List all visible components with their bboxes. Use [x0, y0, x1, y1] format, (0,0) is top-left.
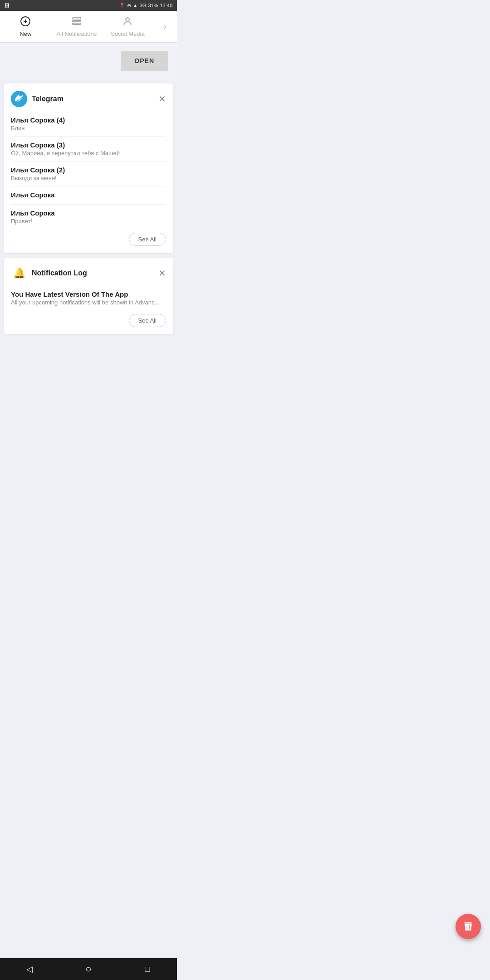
notif-log-close-button[interactable]: ✕	[158, 269, 166, 278]
svg-rect-3	[73, 18, 81, 19]
notif-log-app-icon: 🔔	[11, 265, 27, 281]
wifi-icon: ▲	[133, 3, 138, 8]
status-right: 📍 ⊖ ▲ 3G 31% 13:40	[119, 3, 172, 9]
location-icon: 📍	[119, 3, 125, 9]
telegram-app-name: Telegram	[32, 95, 64, 103]
time-label: 13:40	[160, 3, 172, 8]
telegram-notif-2-title: Илья Сорока (3)	[11, 141, 166, 149]
svg-point-6	[126, 18, 129, 21]
open-button[interactable]: OPEN	[121, 51, 168, 71]
telegram-notif-4-title: Илья Сорока	[11, 191, 166, 199]
divider-1	[11, 136, 166, 137]
tab-social-label: Social Media	[111, 30, 144, 37]
svg-rect-4	[73, 20, 81, 22]
notif-log-card-header: 🔔 Notification Log ✕	[11, 265, 166, 281]
chevron-right-icon: ›	[164, 22, 167, 31]
telegram-see-all-button[interactable]: See All	[129, 233, 166, 246]
telegram-notif-5: Илья Сорока Привет!	[11, 206, 166, 227]
signal-label: 3G	[140, 3, 147, 8]
divider-2	[11, 161, 166, 162]
tab-bar: New All Notifications Social Media ›	[0, 11, 177, 43]
notif-log-item-1-body: All your upcoming notifications will be …	[11, 299, 166, 306]
notif-log-see-all-row: See All	[11, 314, 166, 327]
photo-icon: 🖼	[5, 3, 10, 8]
telegram-close-button[interactable]: ✕	[158, 94, 166, 103]
tab-all-label: All Notifications	[56, 30, 97, 37]
notif-log-item-1: You Have Latest Version Of The App All y…	[11, 288, 166, 309]
telegram-notif-5-title: Илья Сорока	[11, 209, 166, 217]
telegram-header-left: Telegram	[11, 91, 64, 107]
divider-4	[11, 204, 166, 205]
status-bar: 🖼 📍 ⊖ ▲ 3G 31% 13:40	[0, 0, 177, 11]
notif-log-item-1-title: You Have Latest Version Of The App	[11, 290, 166, 298]
open-banner: OPEN	[0, 43, 177, 79]
tab-social-media[interactable]: Social Media	[102, 11, 153, 42]
notif-log-see-all-button[interactable]: See All	[129, 314, 166, 327]
telegram-card: Telegram ✕ Илья Сорока (4) Блин Илья Сор…	[4, 83, 173, 253]
person-icon	[122, 16, 133, 29]
telegram-app-icon	[11, 91, 27, 107]
telegram-notif-1-title: Илья Сорока (4)	[11, 116, 166, 124]
telegram-notif-3-title: Илья Сорока (2)	[11, 166, 166, 174]
telegram-see-all-row: See All	[11, 233, 166, 246]
telegram-notif-3-body: Выходи за меня!	[11, 175, 166, 181]
telegram-notif-2: Илья Сорока (3) Ой, Марина, я перепутал …	[11, 138, 166, 159]
status-left: 🖼	[5, 3, 10, 8]
telegram-notif-1: Илья Сорока (4) Блин	[11, 113, 166, 134]
tab-new-label: New	[20, 30, 31, 37]
battery-label: 31%	[148, 3, 158, 8]
tab-more[interactable]: ›	[153, 22, 177, 31]
dnd-icon: ⊖	[127, 3, 131, 9]
notif-log-app-name: Notification Log	[32, 269, 87, 277]
cards-area: Telegram ✕ Илья Сорока (4) Блин Илья Сор…	[0, 79, 177, 339]
telegram-notif-1-body: Блин	[11, 125, 166, 132]
plus-circle-icon	[20, 16, 31, 29]
telegram-notif-3: Илья Сорока (2) Выходи за меня!	[11, 163, 166, 184]
telegram-notif-2-body: Ой, Марина, я перепутал тебя с Машей	[11, 150, 166, 157]
telegram-card-header: Telegram ✕	[11, 91, 166, 107]
tab-all-notifications[interactable]: All Notifications	[51, 11, 103, 42]
divider-3	[11, 186, 166, 186]
tab-new[interactable]: New	[0, 11, 51, 42]
list-icon	[71, 16, 82, 29]
notif-log-card: 🔔 Notification Log ✕ You Have Latest Ver…	[4, 258, 173, 334]
telegram-notif-5-body: Привет!	[11, 218, 166, 225]
svg-rect-5	[73, 23, 81, 24]
notif-log-header-left: 🔔 Notification Log	[11, 265, 87, 281]
telegram-notif-4: Илья Сорока	[11, 188, 166, 202]
